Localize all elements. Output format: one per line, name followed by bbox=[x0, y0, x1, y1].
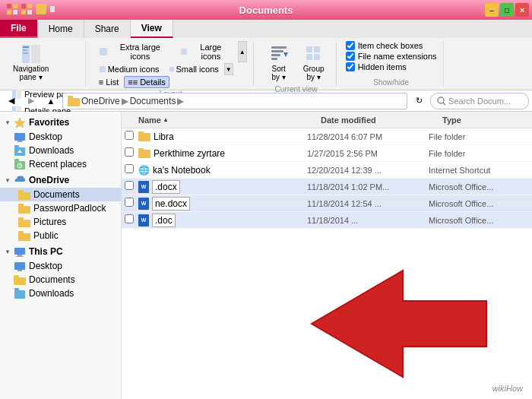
table-row[interactable]: Perkthime zyrtare 1/27/2015 2:56 PM File… bbox=[122, 145, 532, 162]
pictures-folder-icon bbox=[18, 217, 30, 227]
favorites-star-icon bbox=[14, 117, 26, 128]
back-button[interactable]: ◀ bbox=[3, 93, 20, 109]
forward-button[interactable]: ▶ bbox=[23, 93, 40, 109]
sidebar-onedrive-header[interactable]: ▼ OneDrive bbox=[0, 173, 121, 188]
tab-view[interactable]: View bbox=[131, 20, 173, 38]
svg-rect-24 bbox=[271, 46, 287, 49]
onedrive-expand-icon: ▼ bbox=[5, 177, 11, 184]
minimize-button[interactable]: – bbox=[485, 3, 499, 17]
col-name-label: Name bbox=[138, 116, 161, 125]
file-date-docx1: 11/18/2014 1:02 PM... bbox=[307, 182, 429, 192]
item-checkboxes-checkbox[interactable] bbox=[346, 41, 355, 50]
row-checkbox[interactable] bbox=[125, 147, 138, 159]
details-button[interactable]: ≡≡ Details bbox=[124, 76, 169, 88]
svg-rect-0 bbox=[7, 4, 11, 8]
large-icons-button[interactable]: Large icons bbox=[176, 41, 236, 62]
sidebar-item-documents-pc[interactable]: Documents bbox=[0, 273, 121, 287]
layout-chevron-down[interactable]: ▼ bbox=[224, 63, 233, 75]
svg-rect-22 bbox=[100, 66, 106, 72]
row-checkbox[interactable] bbox=[125, 164, 138, 176]
sidebar-item-downloads[interactable]: Downloads bbox=[0, 144, 121, 157]
large-icon bbox=[180, 48, 188, 55]
public-folder-icon bbox=[18, 231, 30, 241]
table-row[interactable]: W .docx 11/18/2014 1:02 PM... Microsoft … bbox=[122, 179, 532, 195]
red-arrow-overlay bbox=[243, 233, 532, 399]
sidebar-pictures-label: Pictures bbox=[33, 217, 66, 227]
svg-rect-64 bbox=[14, 288, 19, 291]
showhide-group-label: Show/hide bbox=[346, 77, 437, 87]
table-row[interactable]: 🌐 ka's Notebook 12/20/2014 12:39 ... Int… bbox=[122, 162, 532, 179]
sidebar-favorites-header[interactable]: ▼ Favorites bbox=[0, 115, 121, 130]
file-type-libra: File folder bbox=[429, 132, 529, 141]
close-button[interactable]: ✕ bbox=[515, 3, 529, 17]
doc-icon-3: W bbox=[138, 214, 149, 226]
sidebar-item-downloads-pc[interactable]: Downloads bbox=[0, 287, 121, 300]
sidebar-item-desktop-pc[interactable]: Desktop bbox=[0, 259, 121, 273]
search-box[interactable]: Search Docum... bbox=[430, 93, 529, 109]
layout-buttons: Extra large icons Large icons ▲ Medium i… bbox=[95, 41, 247, 88]
layout-chevron-up[interactable]: ▲ bbox=[238, 41, 247, 62]
file-type-docx2: Microsoft Office... bbox=[429, 199, 529, 208]
navigation-pane-button[interactable]: Navigationpane ▾ bbox=[8, 41, 54, 84]
svg-rect-34 bbox=[68, 96, 73, 99]
list-button[interactable]: ≡ List bbox=[95, 76, 123, 88]
shortcut-icon: 🌐 bbox=[138, 165, 150, 176]
file-name-extensions-checkbox[interactable] bbox=[346, 52, 355, 61]
sidebar-thispc-header[interactable]: ▼ This PC bbox=[0, 244, 121, 259]
svg-rect-63 bbox=[14, 290, 25, 299]
svg-rect-2 bbox=[7, 10, 11, 14]
maximize-button[interactable]: □ bbox=[500, 3, 514, 17]
col-type-label: Type bbox=[442, 116, 461, 125]
hidden-items-checkbox[interactable] bbox=[346, 62, 355, 71]
row-checkbox[interactable] bbox=[125, 181, 138, 192]
col-date-header[interactable]: Date modified bbox=[321, 116, 442, 125]
extra-large-icons-button[interactable]: Extra large icons bbox=[95, 41, 175, 62]
app-icon2 bbox=[21, 3, 33, 15]
svg-rect-9 bbox=[50, 6, 55, 12]
row-checkbox[interactable] bbox=[125, 214, 138, 226]
group-by-button[interactable]: Groupby ▾ bbox=[298, 41, 330, 84]
row-checkbox[interactable] bbox=[125, 198, 138, 209]
downloads-pc-icon bbox=[14, 288, 26, 299]
table-row[interactable]: W .doc 11/18/2014 ... Microsoft Office..… bbox=[122, 212, 532, 229]
svg-rect-12 bbox=[23, 46, 29, 48]
sidebar-documents-pc-label: Documents bbox=[29, 274, 75, 285]
svg-rect-1 bbox=[13, 4, 17, 8]
refresh-button[interactable]: ↻ bbox=[410, 93, 427, 109]
tab-share[interactable]: Share bbox=[84, 20, 131, 38]
col-name-sort-arrow: ▲ bbox=[163, 116, 169, 123]
up-button[interactable]: ▲ bbox=[43, 93, 59, 109]
sidebar-item-public[interactable]: Public bbox=[0, 229, 121, 242]
path-documents: Documents bbox=[130, 96, 176, 106]
documents-pc-icon bbox=[14, 275, 26, 285]
tab-file[interactable]: File bbox=[0, 20, 38, 38]
svg-rect-48 bbox=[18, 192, 30, 200]
row-checkbox[interactable] bbox=[125, 131, 138, 142]
col-name-header[interactable]: Name ▲ bbox=[138, 116, 321, 125]
sidebar-item-desktop-fav[interactable]: Desktop bbox=[0, 130, 121, 144]
layout-row-1: Extra large icons Large icons ▲ bbox=[95, 41, 247, 62]
tab-home[interactable]: Home bbox=[38, 20, 84, 38]
col-type-header[interactable]: Type bbox=[442, 116, 529, 125]
svg-rect-26 bbox=[271, 54, 280, 56]
small-icon bbox=[169, 66, 175, 72]
table-row[interactable]: W ne.docx 11/18/2014 12:54 ... Microsoft… bbox=[122, 195, 532, 212]
svg-rect-25 bbox=[271, 50, 283, 52]
sort-icon bbox=[268, 43, 290, 65]
sidebar-item-passwordpadlock[interactable]: PasswordPadlock bbox=[0, 201, 121, 215]
sidebar-item-recent[interactable]: Recent places bbox=[0, 157, 121, 171]
medium-icons-button[interactable]: Medium icons bbox=[95, 63, 163, 75]
sidebar-item-pictures[interactable]: Pictures bbox=[0, 215, 121, 229]
sidebar-item-documents-onedrive[interactable]: Documents bbox=[0, 188, 121, 201]
col-date-label: Date modified bbox=[321, 116, 376, 125]
search-icon bbox=[437, 97, 446, 106]
svg-marker-37 bbox=[14, 118, 25, 128]
address-path[interactable]: OneDrive ▶ Documents ▶ bbox=[62, 93, 407, 109]
svg-rect-21 bbox=[181, 49, 187, 55]
downloads-icon bbox=[14, 145, 26, 156]
svg-rect-53 bbox=[18, 217, 24, 220]
table-row[interactable]: Libra 11/28/2014 6:07 PM File folder bbox=[122, 128, 532, 145]
favorites-expand-icon: ▼ bbox=[5, 119, 11, 126]
sort-by-button[interactable]: Sortby ▾ bbox=[263, 41, 295, 84]
small-icons-button[interactable]: Small icons bbox=[165, 63, 223, 75]
